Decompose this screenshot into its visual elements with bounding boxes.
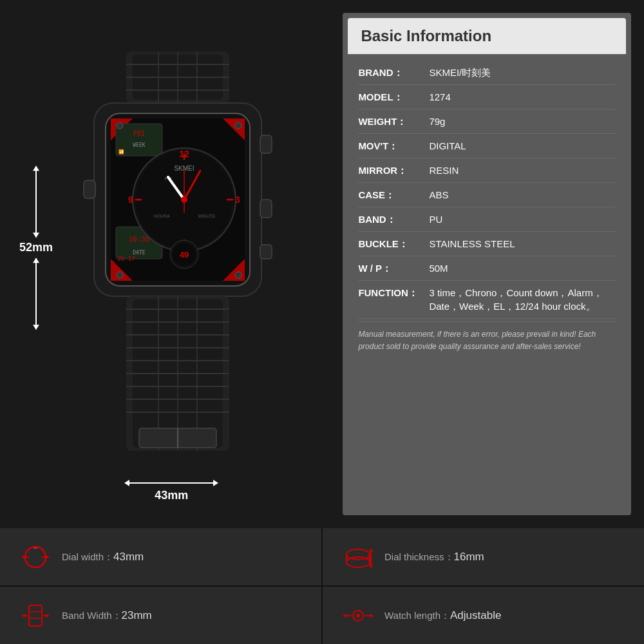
mirror-label: MIRROR： (358, 164, 429, 177)
weight-row: WEIGHT： 79g (358, 109, 616, 134)
mirror-value: RESIN (429, 164, 459, 177)
info-title: Basic Information (361, 27, 491, 44)
watch-length-text: Watch length：Adjustable (384, 609, 501, 622)
buckle-label: BUCKLE： (358, 237, 429, 251)
band-width-label: Band Width： (62, 610, 122, 621)
svg-marker-92 (370, 614, 374, 618)
spec-cell-watch-length: Watch length：Adjustable (323, 587, 644, 644)
weight-label: WEIGHT： (358, 115, 429, 128)
case-row: CASE： ABS (358, 183, 616, 207)
dial-thickness-icon (342, 541, 374, 573)
dial-thickness-label: Dial thickness： (384, 551, 454, 562)
svg-text:DATE: DATE (133, 250, 146, 256)
svg-text:12: 12 (179, 149, 189, 159)
dial-width-text: Dial width：43mm (62, 551, 144, 564)
svg-marker-87 (46, 614, 50, 618)
dial-thickness-text: Dial thickness：16mm (384, 551, 484, 564)
movt-row: MOV'T： DIGITAL (358, 134, 616, 158)
buckle-row: BUCKLE： STAINLESS STEEL (358, 232, 616, 256)
model-row: MODEL： 1274 (358, 85, 616, 109)
spec-cell-band-width: Band Width：23mm (0, 587, 321, 644)
function-value: 3 time，Chrono，Count down，Alarm，Date，Week… (429, 286, 616, 313)
brand-value: SKMEI/时刻美 (429, 66, 491, 79)
buckle-value: STAINLESS STEEL (429, 237, 515, 251)
svg-text:📶: 📶 (118, 149, 124, 155)
svg-rect-81 (29, 605, 42, 626)
svg-text:20 17: 20 17 (118, 256, 135, 262)
svg-marker-79 (369, 548, 373, 552)
spec-cell-dial-width: Dial width：43mm (0, 528, 321, 585)
band-width-value: 23mm (122, 609, 152, 621)
top-section: 52mm (0, 0, 644, 528)
case-label: CASE： (358, 188, 429, 202)
watch-area: 52mm (13, 13, 330, 515)
watch-length-value: Adjustable (450, 609, 501, 621)
svg-point-46 (117, 122, 123, 129)
movt-value: DIGITAL (429, 139, 466, 153)
brand-row: BRAND： SKMEI/时刻美 (358, 61, 616, 85)
svg-rect-11 (260, 245, 272, 259)
svg-marker-72 (46, 555, 50, 559)
svg-text:10:30: 10:30 (129, 235, 150, 243)
wp-value: 50M (429, 261, 448, 275)
svg-marker-80 (369, 565, 373, 569)
model-label: MODEL： (358, 90, 429, 104)
band-value: PU (429, 213, 442, 226)
svg-point-48 (117, 272, 123, 278)
model-value: 1274 (429, 90, 450, 104)
main-container: 52mm (0, 0, 644, 644)
band-width-text: Band Width：23mm (62, 609, 152, 622)
mirror-row: MIRROR： RESIN (358, 158, 616, 183)
movt-label: MOV'T： (358, 139, 429, 153)
svg-text:FRI: FRI (133, 130, 145, 137)
dial-width-icon (19, 541, 52, 573)
svg-rect-10 (260, 200, 272, 218)
band-row: BAND： PU (358, 207, 616, 232)
svg-marker-71 (21, 555, 25, 559)
svg-point-42 (181, 196, 187, 203)
weight-value: 79g (429, 115, 445, 128)
horizontal-dimension-label: 43mm (155, 489, 188, 502)
svg-text:49: 49 (180, 250, 189, 260)
dial-thickness-value: 16mm (454, 551, 484, 563)
svg-text:WEEK: WEEK (133, 142, 146, 148)
info-header: Basic Information (348, 18, 626, 54)
svg-point-77 (346, 557, 370, 567)
wp-label: W / P： (358, 261, 429, 275)
watch-image: FRI WEEK 📶 10:30 DATE 20 17 SKMEI PM (39, 26, 317, 477)
wp-row: W / P： 50M (358, 256, 616, 281)
svg-rect-9 (260, 135, 272, 153)
dial-width-value: 43mm (113, 551, 144, 563)
svg-text:9: 9 (128, 194, 133, 205)
spec-cell-dial-thickness: Dial thickness：16mm (323, 528, 644, 585)
function-row: FUNCTION： 3 time，Chrono，Count down，Alarm… (358, 281, 616, 319)
case-value: ABS (429, 188, 448, 202)
svg-text:HOURA: HOURA (154, 214, 171, 218)
note-text: Manual measurement, if there is an error… (358, 321, 616, 355)
bottom-section: Dial width：43mm Dial thickness：16mm (0, 528, 644, 644)
watch-length-icon (342, 600, 374, 632)
watch-length-label: Watch length： (384, 610, 450, 621)
info-content: BRAND： SKMEI/时刻美 MODEL： 1274 WEIGHT： 79g… (343, 54, 631, 515)
svg-text:3: 3 (235, 194, 240, 205)
band-width-icon (19, 600, 52, 632)
function-label: FUNCTION： (358, 286, 429, 313)
brand-label: BRAND： (358, 66, 429, 79)
svg-marker-86 (21, 614, 25, 618)
svg-rect-12 (84, 180, 95, 198)
info-panel: Basic Information BRAND： SKMEI/时刻美 MODEL… (343, 13, 631, 515)
svg-point-49 (235, 272, 242, 278)
band-label: BAND： (358, 213, 429, 226)
dial-width-label: Dial width： (62, 551, 113, 562)
svg-text:MINUTE: MINUTE (198, 214, 216, 218)
svg-point-47 (235, 122, 242, 129)
svg-point-93 (356, 614, 360, 618)
svg-marker-91 (343, 614, 346, 618)
